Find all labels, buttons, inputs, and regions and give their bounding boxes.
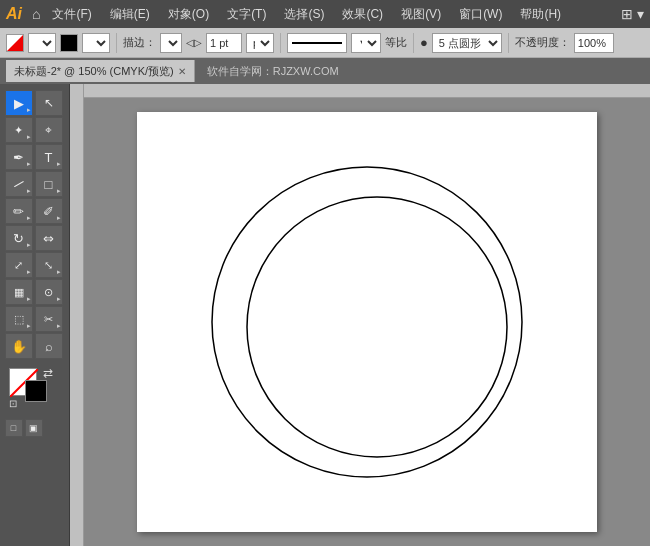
tool-rotate[interactable]: ↻ ▸ [5, 225, 33, 251]
fill-select[interactable]: ▼ [28, 33, 56, 53]
pen-icon: ✒ [13, 150, 24, 165]
tool-reflect[interactable]: ⇔ [35, 225, 63, 251]
artboard-icon: ⬚ [14, 313, 24, 326]
brush-select[interactable]: 5 点圆形 [432, 33, 502, 53]
tool-pencil[interactable]: ✐ ▸ [35, 198, 63, 224]
tool-row-1: ▶ ▸ ↖ [5, 90, 65, 116]
tool-symbol[interactable]: ⊙ ▸ [35, 279, 63, 305]
tool-lasso[interactable]: ⌖ [35, 117, 63, 143]
stroke-label: 描边： [123, 35, 156, 50]
menu-edit[interactable]: 编辑(E) [104, 4, 156, 25]
normal-mode-btn[interactable]: □ [5, 419, 23, 437]
menu-object[interactable]: 对象(O) [162, 4, 215, 25]
swap-icon[interactable]: ⇄ [43, 366, 53, 380]
tool-type[interactable]: T ▸ [35, 144, 63, 170]
fullscreen-mode-btn[interactable]: ▣ [25, 419, 43, 437]
tool-magic-wand[interactable]: ✦ ▸ [5, 117, 33, 143]
zoom-icon: ⌕ [45, 339, 53, 354]
line-style-box [287, 33, 347, 53]
graph-icon: ▦ [14, 286, 24, 299]
opacity-label: 不透明度： [515, 35, 570, 50]
tool-direct-selection[interactable]: ↖ [35, 90, 63, 116]
tool-row-3: ✒ ▸ T ▸ [5, 144, 65, 170]
tool-row-8: ▦ ▸ ⊙ ▸ [5, 279, 65, 305]
title-bar: Ai ⌂ 文件(F) 编辑(E) 对象(O) 文字(T) 选择(S) 效果(C)… [0, 0, 650, 28]
site-label: 软件自学网：RJZXW.COM [207, 64, 339, 79]
corner-arrow2: ▸ [27, 133, 31, 141]
tool-row-7: ⤢ ▸ ⤡ ▸ [5, 252, 65, 278]
selection-icon: ▶ [14, 96, 24, 111]
toolbar: ▼ ▼ 描边： ⌶ ◁▷ pt ▼ ▼ 等比 ● 5 点圆形 不透明度： [0, 28, 650, 58]
tool-zoom[interactable]: ⌕ [35, 333, 63, 359]
app-icon-home[interactable]: ⌂ [32, 6, 40, 22]
ruler-left [70, 84, 84, 546]
menu-help[interactable]: 帮助(H) [514, 4, 567, 25]
sidebar: ▶ ▸ ↖ ✦ ▸ ⌖ ✒ ▸ T ▸ [0, 84, 70, 546]
stroke-color-swatch[interactable] [60, 34, 78, 52]
divider1 [116, 33, 117, 53]
workspace-icon[interactable]: ⊞ ▾ [621, 6, 644, 22]
tool-graph[interactable]: ▦ ▸ [5, 279, 33, 305]
tool-row-mode: □ ▣ [5, 419, 65, 437]
stroke-select[interactable]: ▼ [82, 33, 110, 53]
corner-arrow13: ▸ [57, 295, 61, 303]
fill-color-swatch[interactable] [6, 34, 24, 52]
default-colors-icon[interactable]: ⊡ [9, 398, 17, 409]
tool-shape[interactable]: □ ▸ [35, 171, 63, 197]
brush-icon: ● [420, 35, 428, 50]
menu-select[interactable]: 选择(S) [278, 4, 330, 25]
tab-close-icon[interactable]: ✕ [178, 66, 186, 77]
tool-row-6: ↻ ▸ ⇔ [5, 225, 65, 251]
ai-logo: Ai [6, 5, 22, 23]
tool-line[interactable]: / ▸ [5, 171, 33, 197]
outer-circle [212, 167, 522, 477]
canvas-background[interactable] [84, 98, 650, 546]
menu-view[interactable]: 视图(V) [395, 4, 447, 25]
tool-artboard[interactable]: ⬚ ▸ [5, 306, 33, 332]
corner-arrow8: ▸ [57, 214, 61, 222]
menu-file[interactable]: 文件(F) [46, 4, 97, 25]
line-style-label: 等比 [385, 35, 407, 50]
direct-selection-icon: ↖ [44, 96, 54, 110]
type-icon: T [45, 150, 53, 165]
inner-circle [247, 197, 507, 457]
scale-icon: ⤢ [14, 259, 23, 272]
tool-pen[interactable]: ✒ ▸ [5, 144, 33, 170]
line-style-select[interactable]: ▼ [351, 33, 381, 53]
tool-hand[interactable]: ✋ [5, 333, 33, 359]
tool-slice[interactable]: ✂ ▸ [35, 306, 63, 332]
tool-row-2: ✦ ▸ ⌖ [5, 117, 65, 143]
opacity-input[interactable] [574, 33, 614, 53]
stroke-size-spin-icon: ◁▷ [186, 37, 202, 48]
hand-icon: ✋ [11, 339, 27, 354]
magic-wand-icon: ✦ [14, 124, 23, 137]
corner-arrow10: ▸ [27, 268, 31, 276]
pencil-icon: ✐ [43, 204, 54, 219]
menu-window[interactable]: 窗口(W) [453, 4, 508, 25]
lasso-icon: ⌖ [45, 123, 52, 137]
stroke-unit-select[interactable]: pt ▼ [246, 33, 274, 53]
warp-icon: ⤡ [44, 259, 53, 272]
stroke-value-input[interactable] [206, 33, 242, 53]
paintbrush-icon: ✏ [13, 204, 24, 219]
tool-row-5: ✏ ▸ ✐ ▸ [5, 198, 65, 224]
tool-selection[interactable]: ▶ ▸ [5, 90, 33, 116]
main-area: ▶ ▸ ↖ ✦ ▸ ⌖ ✒ ▸ T ▸ [0, 84, 650, 546]
active-tab[interactable]: 未标题-2* @ 150% (CMYK/预览) ✕ [6, 60, 195, 82]
reflect-icon: ⇔ [43, 231, 54, 246]
tool-paintbrush[interactable]: ✏ ▸ [5, 198, 33, 224]
corner-arrow: ▸ [27, 106, 31, 114]
corner-arrow12: ▸ [27, 295, 31, 303]
tool-scale[interactable]: ⤢ ▸ [5, 252, 33, 278]
color-swatches-area: ⇄ ⊡ [7, 366, 63, 416]
menu-type[interactable]: 文字(T) [221, 4, 272, 25]
tool-warp[interactable]: ⤡ ▸ [35, 252, 63, 278]
stroke-align-select[interactable]: ⌶ [160, 33, 182, 53]
corner-arrow4: ▸ [57, 160, 61, 168]
stroke-swatch[interactable] [25, 380, 47, 402]
divider4 [508, 33, 509, 53]
corner-arrow6: ▸ [57, 187, 61, 195]
menu-effect[interactable]: 效果(C) [336, 4, 389, 25]
canvas-paper[interactable] [137, 112, 597, 532]
line-icon: / [11, 177, 25, 191]
